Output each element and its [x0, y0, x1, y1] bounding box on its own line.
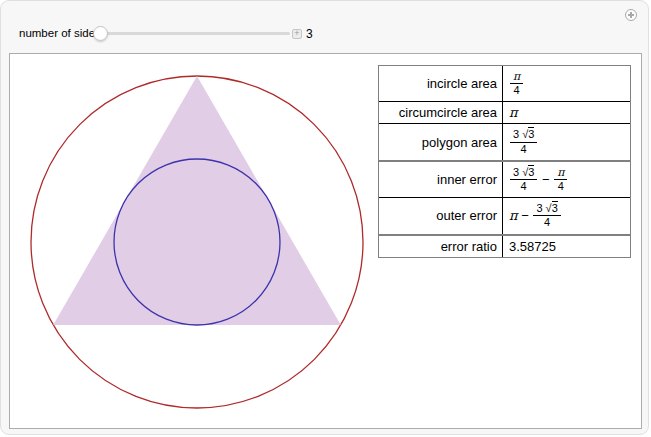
row-value: π4: [503, 66, 630, 101]
table-row: outer error π − 3 √34: [379, 198, 630, 233]
row-label: polygon area: [379, 124, 503, 159]
inscribed-polygon: [53, 76, 341, 325]
number-of-sides-slider-thumb[interactable]: [93, 26, 108, 41]
row-value: 3 √34: [503, 124, 630, 159]
table-row: circumcircle area π: [379, 102, 630, 124]
row-value: π − 3 √34: [503, 198, 630, 233]
row-value: 3.58725: [503, 236, 630, 257]
row-label: inner error: [379, 162, 503, 197]
control-bar: number of sides + 3: [1, 1, 648, 53]
table-group: incircle area π4 circumcircle area π pol…: [378, 65, 631, 161]
slider-label: number of sides: [19, 27, 101, 39]
table-row: inner error 3 √34 − π4: [379, 162, 630, 198]
table-row: error ratio 3.58725: [379, 236, 630, 257]
slider-expand-plus-icon[interactable]: +: [292, 29, 302, 39]
results-table: incircle area π4 circumcircle area π pol…: [378, 65, 631, 258]
number-of-sides-slider-track[interactable]: [96, 32, 290, 35]
table-group: error ratio 3.58725: [378, 235, 631, 258]
slider-value: 3: [306, 27, 313, 41]
row-label: error ratio: [379, 236, 503, 257]
row-label: incircle area: [379, 66, 503, 101]
display-panel: incircle area π4 circumcircle area π pol…: [9, 53, 642, 429]
manipulate-options-plus-icon[interactable]: [625, 9, 637, 21]
demonstration-frame: number of sides + 3 incircle area π4 cir…: [0, 0, 649, 435]
table-row: polygon area 3 √34: [379, 124, 630, 159]
row-label: outer error: [379, 198, 503, 233]
row-value: 3 √34 − π4: [503, 162, 630, 197]
row-label: circumcircle area: [379, 102, 503, 123]
row-value: π: [503, 102, 630, 123]
table-row: incircle area π4: [379, 66, 630, 102]
table-group: inner error 3 √34 − π4 outer error π − 3…: [378, 161, 631, 235]
